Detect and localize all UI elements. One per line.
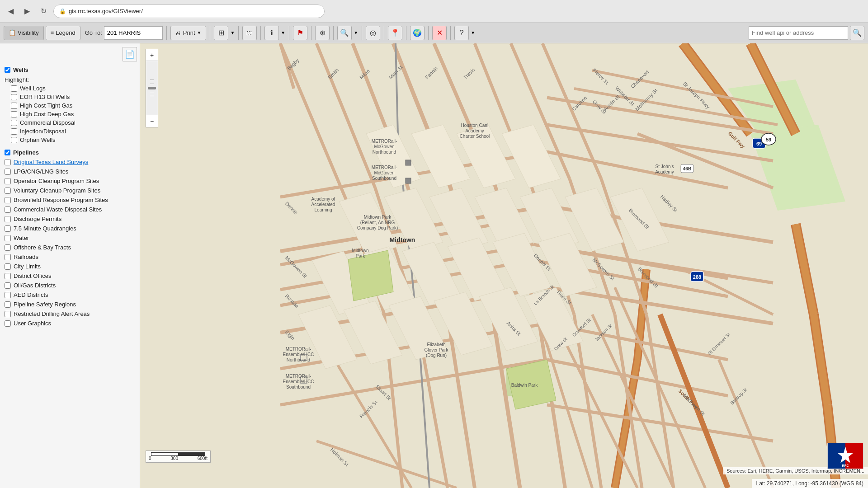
layer-quadrangles[interactable]: 7.5 Minute Quadrangles: [3, 224, 137, 233]
wells-checkbox[interactable]: [5, 67, 10, 73]
svg-text:Southbound: Southbound: [372, 176, 396, 181]
brownfield-checkbox[interactable]: [5, 197, 11, 203]
zoom-slider[interactable]: [146, 61, 158, 115]
high-cost-tight-checkbox[interactable]: [11, 103, 17, 109]
globe-button[interactable]: 🌍: [410, 26, 425, 40]
commercial-waste-checkbox[interactable]: [5, 206, 11, 213]
map-area[interactable]: 69 59 46B 288 Bagby Smith Milan Main St …: [140, 43, 868, 488]
layer-orphan-wells[interactable]: Orphan Wells: [3, 136, 137, 144]
layer-high-cost-tight[interactable]: High Cost Tight Gas: [3, 101, 137, 110]
goto-input[interactable]: [104, 26, 163, 40]
offshore-checkbox[interactable]: [5, 244, 11, 251]
layer-user-graphics[interactable]: User Graphics: [3, 319, 137, 328]
layer-voluntary-cleanup[interactable]: Voluntary Cleanup Program Sites: [3, 186, 137, 195]
close-button[interactable]: ✕: [432, 26, 447, 40]
left-panel: 📄 Wells Highlight: Well Logs EOR H13 Oil…: [0, 43, 140, 488]
restricted-drilling-checkbox[interactable]: [5, 311, 11, 317]
gps-button[interactable]: 📍: [388, 26, 402, 40]
scale-line: [151, 452, 205, 456]
pdf-button[interactable]: 📄: [123, 47, 137, 61]
layers-button[interactable]: 🗂: [242, 26, 257, 40]
layer-railroads[interactable]: Railroads: [3, 252, 137, 262]
layer-discharge-permits[interactable]: Discharge Permits: [3, 214, 137, 224]
zoom-out-button[interactable]: −: [146, 115, 158, 127]
zoom-in-button[interactable]: +: [146, 49, 158, 61]
app-toolbar: 📋 Visibility ≡ Legend Go To: 🖨 Print ▼ ⊞…: [0, 23, 868, 43]
wells-section[interactable]: Wells: [3, 64, 137, 75]
target-button[interactable]: ◎: [366, 26, 380, 40]
layer-district-offices[interactable]: District Offices: [3, 271, 137, 281]
layer-brownfield[interactable]: Brownfield Response Program Sites: [3, 195, 137, 205]
reload-button[interactable]: ↻: [37, 5, 50, 18]
search-input[interactable]: [749, 26, 848, 40]
district-offices-checkbox[interactable]: [5, 273, 11, 279]
back-button[interactable]: ◀: [5, 5, 17, 18]
well-logs-checkbox[interactable]: [11, 85, 17, 92]
city-limits-checkbox[interactable]: [5, 263, 11, 270]
user-graphics-checkbox[interactable]: [5, 320, 11, 327]
layer-eor[interactable]: EOR H13 Oil Wells: [3, 93, 137, 101]
layer-lpg[interactable]: LPG/CNG/LNG Sites: [3, 167, 137, 176]
svg-text:46B: 46B: [683, 166, 691, 171]
layer-pipeline-safety[interactable]: Pipeline Safety Regions: [3, 300, 137, 309]
oil-gas-districts-checkbox[interactable]: [5, 282, 11, 289]
forward-button[interactable]: ▶: [21, 5, 33, 18]
commercial-waste-label: Commercial Waste Disposal Sites: [14, 206, 102, 213]
railroads-checkbox[interactable]: [5, 254, 11, 260]
lpg-label: LPG/CNG/LNG Sites: [14, 168, 68, 175]
scale-0: 0: [149, 456, 151, 461]
svg-text:59: 59: [766, 137, 771, 142]
layer-commercial-disposal[interactable]: Commercial Disposal: [3, 118, 137, 127]
lpg-checkbox[interactable]: [5, 169, 11, 175]
commercial-disposal-checkbox[interactable]: [11, 120, 17, 126]
svg-text:Accelerated: Accelerated: [311, 202, 335, 207]
high-cost-deep-checkbox[interactable]: [11, 111, 17, 117]
original-texas-checkbox[interactable]: [5, 159, 11, 165]
visibility-button[interactable]: 📋 Visibility: [4, 26, 44, 40]
voluntary-cleanup-checkbox[interactable]: [5, 188, 11, 194]
help-button[interactable]: ?: [454, 26, 469, 40]
operator-cleanup-checkbox[interactable]: [5, 178, 11, 184]
search-submit-button[interactable]: 🔍: [850, 26, 864, 40]
zoom-handle[interactable]: [148, 87, 156, 89]
layer-commercial-waste[interactable]: Commercial Waste Disposal Sites: [3, 205, 137, 214]
layer-well-logs[interactable]: Well Logs: [3, 84, 137, 93]
svg-text:St John's: St John's: [656, 164, 674, 169]
svg-text:Charter School: Charter School: [460, 134, 490, 139]
print-button[interactable]: 🖨 Print ▼: [170, 26, 207, 40]
info-dropdown-arrow[interactable]: ▼: [281, 30, 285, 35]
help-dropdown-arrow[interactable]: ▼: [471, 30, 475, 35]
scale-segment-white: [151, 452, 178, 456]
layer-offshore[interactable]: Offshore & Bay Tracts: [3, 243, 137, 252]
injection-disposal-checkbox[interactable]: [11, 128, 17, 135]
layer-city-limits[interactable]: City Limits: [3, 262, 137, 271]
aed-districts-checkbox[interactable]: [5, 292, 11, 298]
pipelines-section[interactable]: Pipelines: [3, 147, 137, 157]
layer-injection-disposal[interactable]: Injection/Disposal: [3, 127, 137, 136]
layer-water[interactable]: Water: [3, 233, 137, 243]
address-bar[interactable]: 🔒 gis.rrc.texas.gov/GISViewer/: [53, 5, 325, 18]
pipelines-checkbox[interactable]: [5, 150, 10, 155]
layer-original-texas[interactable]: Original Texas Land Surveys: [3, 157, 137, 167]
eor-checkbox[interactable]: [11, 94, 17, 100]
layer-aed-districts[interactable]: AED Districts: [3, 290, 137, 300]
quadrangles-checkbox[interactable]: [5, 225, 11, 232]
pipeline-safety-checkbox[interactable]: [5, 301, 11, 308]
crosshair-button[interactable]: ⊕: [315, 26, 330, 40]
info-button[interactable]: ℹ: [264, 26, 279, 40]
zoom-dropdown-arrow[interactable]: ▼: [354, 30, 358, 35]
orphan-wells-checkbox[interactable]: [11, 137, 17, 143]
pipelines-label: Pipelines: [13, 149, 39, 156]
layer-operator-cleanup[interactable]: Operator Cleanup Program Sites: [3, 176, 137, 186]
layer-oil-gas-districts[interactable]: Oil/Gas Districts: [3, 281, 137, 290]
pdf-btn-container: 📄: [3, 47, 137, 61]
zoom-button[interactable]: 🔍: [337, 26, 352, 40]
flag-button[interactable]: ⚑: [293, 26, 307, 40]
layer-restricted-drilling[interactable]: Restricted Drilling Alert Areas: [3, 309, 137, 319]
grid-dropdown-arrow[interactable]: ▼: [230, 30, 235, 35]
legend-button[interactable]: ≡ Legend: [46, 26, 80, 40]
layer-high-cost-deep[interactable]: High Cost Deep Gas: [3, 110, 137, 118]
water-checkbox[interactable]: [5, 235, 11, 241]
grid-button[interactable]: ⊞: [214, 26, 228, 40]
discharge-permits-checkbox[interactable]: [5, 216, 11, 222]
